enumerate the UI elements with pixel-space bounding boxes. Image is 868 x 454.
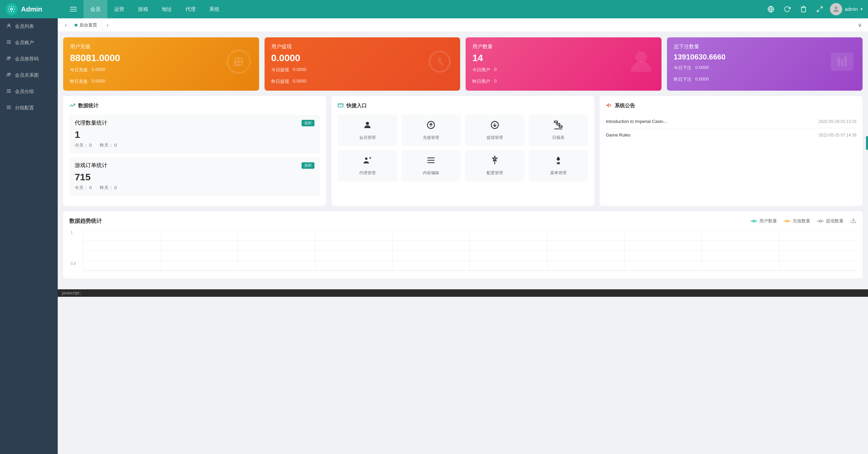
announcement-title: 系统公告: [606, 102, 856, 109]
quick-content-edit[interactable]: 内容编辑: [401, 150, 461, 181]
quick-withdraw-mgmt[interactable]: 提现管理: [465, 115, 525, 146]
nav-toggle[interactable]: [63, 0, 84, 18]
trend-download-btn[interactable]: [850, 217, 856, 225]
recharge-yesterday-label: 昨日充值: [70, 78, 88, 85]
sidebar-item-member-tree[interactable]: 会员关系图: [0, 67, 58, 84]
quick-access-panel: 快捷入口 会员管理: [331, 96, 594, 206]
trend-title: 数据趋势统计: [69, 218, 102, 225]
nav-game[interactable]: 游戏: [131, 0, 155, 18]
game-realtime-badge: 实时: [302, 162, 314, 169]
quick-agent-mgmt[interactable]: 代理管理: [338, 150, 397, 181]
nav-member[interactable]: 会员: [84, 0, 107, 18]
legend-users: 用户数量: [751, 218, 777, 224]
credit-card-icon: [338, 102, 344, 109]
sidebar-label-group-config: 分组配置: [15, 105, 34, 111]
svg-point-7: [835, 6, 837, 9]
agent-label: 代理数量统计: [75, 120, 107, 127]
recharge-today-label: 今日充值: [70, 67, 88, 73]
delete-icon[interactable]: [797, 3, 810, 15]
megaphone-icon: [606, 102, 612, 109]
users-icon: [628, 48, 655, 80]
svg-point-41: [369, 157, 371, 159]
game-stat-block: 游戏订单统计 实时 715 今天： 0 昨天： 0: [69, 157, 320, 196]
legend-recharge: 充值数量: [784, 218, 810, 224]
chart-trend-icon: [69, 102, 75, 109]
quick-access-label: 快捷入口: [346, 103, 367, 109]
announcement-item-1[interactable]: Game Rules 2022-05-25 07:14:39: [606, 128, 856, 142]
sidebar-item-member-account[interactable]: 会员账户: [0, 35, 58, 51]
announcement-item-0[interactable]: Introduction to Imperial Casin... 2022-0…: [606, 115, 856, 128]
sidebar-item-member-list[interactable]: 会员列表: [0, 18, 58, 35]
sidebar-item-group-config[interactable]: 分组配置: [0, 100, 58, 116]
chart-container: 1 0.8: [69, 230, 856, 272]
total-bets-yesterday-label: 昨日下注: [674, 76, 691, 83]
expand-icon[interactable]: [814, 3, 826, 15]
tab-next-btn[interactable]: ›: [104, 21, 112, 29]
svg-point-31: [366, 122, 369, 125]
green-edge-bar: [866, 136, 868, 150]
recharge-icon: $: [225, 48, 252, 80]
member-list-icon: [6, 23, 12, 30]
svg-rect-1: [70, 7, 77, 7]
recharge-yesterday-value: 0.0000: [92, 78, 105, 85]
svg-point-12: [7, 57, 9, 58]
svg-rect-37: [557, 123, 560, 125]
withdraw-yesterday-label: 昨日提现: [271, 78, 289, 85]
quick-menu-icon: [554, 156, 563, 167]
dashboard: 用户充值 88081.0000 今日充值 0.0000 昨日充值 0.0000: [58, 32, 868, 289]
tab-dot: [75, 24, 77, 26]
quick-recharge-icon: [426, 120, 436, 132]
quick-recharge-mgmt[interactable]: 充值管理: [401, 115, 461, 146]
user-avatar-area[interactable]: admin ▾: [830, 3, 863, 15]
svg-point-28: [635, 51, 647, 62]
tab-prev-btn[interactable]: ‹: [62, 21, 70, 29]
stat-card-withdraw: 用户提现 0.0000 今日提现 0.0000 昨日提现 0.0000: [265, 37, 460, 91]
nav-system[interactable]: 系统: [202, 0, 226, 18]
quick-member-icon: [363, 120, 372, 132]
withdraw-today-label: 今日提现: [271, 67, 289, 73]
legend-withdraw-label: 提现数量: [826, 218, 844, 224]
tab-home[interactable]: 后台首页: [70, 18, 102, 32]
game-label: 游戏订单统计: [75, 162, 107, 169]
quick-withdraw-label: 提现管理: [487, 135, 503, 141]
tab-home-label: 后台首页: [79, 22, 97, 28]
agent-today-label: 今天： 0: [75, 142, 92, 148]
agent-yesterday-label: 昨天： 0: [100, 142, 117, 148]
quick-report-label: 日报表: [552, 135, 564, 141]
svg-rect-38: [559, 126, 562, 127]
nav-proxy[interactable]: 代理: [179, 0, 202, 18]
tab-expand-btn[interactable]: ∨: [856, 21, 864, 29]
content-area: ‹ 后台首页 › ∨ 用户充值 88081.0000 今日充值 0.0: [58, 18, 868, 454]
main-layout: 会员列表 会员账户 会员推荐码 会员关系图 会员分组: [0, 18, 868, 454]
sidebar-item-member-group[interactable]: 会员分组: [0, 84, 58, 100]
sidebar-label-member-group: 会员分组: [15, 89, 34, 95]
quick-content-icon: [426, 156, 436, 167]
total-bets-today-label: 今日下注: [674, 65, 691, 71]
dropdown-icon: ▾: [861, 7, 863, 12]
announcement-text-0: Introduction to Imperial Casin...: [606, 119, 667, 124]
agent-value: 1: [75, 129, 314, 140]
quick-config-mgmt[interactable]: 配置管理: [465, 150, 525, 181]
logo-area: Admin: [5, 3, 63, 15]
quick-menu-mgmt[interactable]: 菜单管理: [529, 150, 589, 181]
quick-menu-label: 菜单管理: [550, 170, 566, 176]
svg-line-5: [820, 7, 822, 9]
trend-legend: 用户数量 充值数量: [751, 218, 844, 224]
y-label-2: 0.8: [71, 261, 76, 266]
sidebar-label-member-referral: 会员推荐码: [15, 56, 39, 62]
tab-bar: ‹ 后台首页 › ∨: [58, 18, 868, 32]
trend-chart-svg: [83, 230, 856, 271]
nav-address[interactable]: 地址: [155, 0, 179, 18]
member-group-icon: [6, 88, 12, 95]
quick-member-mgmt[interactable]: 会员管理: [338, 115, 397, 146]
quick-content-label: 内容编辑: [423, 170, 439, 176]
globe-icon[interactable]: [765, 3, 777, 15]
announcement-date-1: 2022-05-25 07:14:39: [819, 133, 856, 138]
quick-daily-report[interactable]: 日报表: [529, 115, 589, 146]
refresh-icon[interactable]: [781, 3, 793, 15]
sidebar-item-member-referral[interactable]: 会员推荐码: [0, 51, 58, 67]
nav-menu: 会员 运营 游戏 地址 代理 系统: [63, 0, 765, 18]
nav-ops[interactable]: 运营: [107, 0, 131, 18]
svg-rect-2: [70, 9, 77, 10]
stat-card-recharge: 用户充值 88081.0000 今日充值 0.0000 昨日充值 0.0000: [63, 37, 259, 91]
